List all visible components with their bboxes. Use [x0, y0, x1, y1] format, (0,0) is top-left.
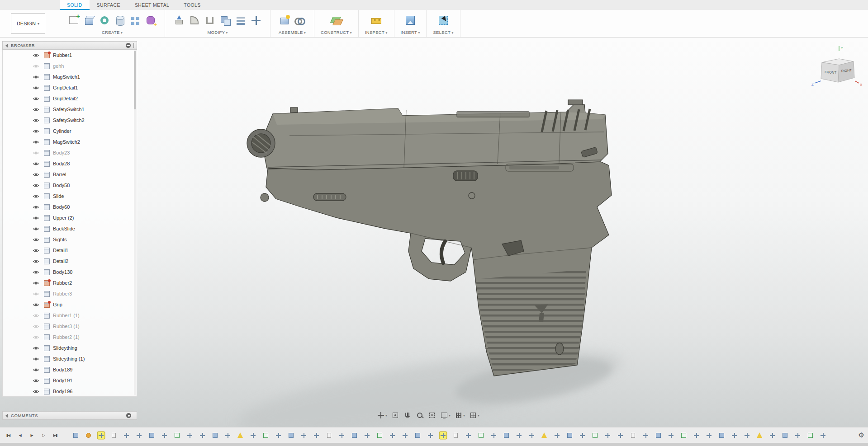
timeline-feature-icon[interactable]	[680, 432, 687, 439]
toolbar-icon[interactable]	[188, 14, 201, 27]
timeline-feature-icon[interactable]	[338, 432, 345, 439]
browser-item[interactable]: gehh	[3, 61, 137, 71]
timeline-feature-icon[interactable]	[668, 432, 674, 439]
group-label-assemble[interactable]: ASSEMBLE	[279, 30, 306, 35]
timeline-feature-icon[interactable]	[731, 432, 738, 439]
timeline-feature-icon[interactable]	[617, 432, 624, 439]
timeline-feature-icon[interactable]	[718, 432, 725, 439]
browser-item[interactable]: Rubber3 (1)	[3, 321, 137, 332]
timeline-feature-icon[interactable]	[706, 432, 712, 439]
visibility-eye-icon[interactable]	[33, 237, 40, 242]
toolbar-icon[interactable]	[293, 14, 307, 27]
browser-item[interactable]: Rubber2	[3, 277, 137, 288]
timeline-feature-icon[interactable]	[313, 432, 320, 439]
browser-item[interactable]: GripDetail2	[3, 93, 137, 104]
group-label-insert[interactable]: INSERT	[401, 30, 420, 35]
timeline-feature-icon[interactable]	[503, 432, 510, 439]
visibility-eye-icon[interactable]	[33, 313, 40, 318]
browser-item[interactable]: Body23	[3, 147, 137, 158]
navbar-icon[interactable]	[455, 411, 465, 419]
toolbar-icon[interactable]	[436, 14, 450, 27]
playback-button[interactable]: ▶	[27, 432, 36, 440]
browser-item[interactable]: SafetySwitch1	[3, 104, 137, 115]
visibility-eye-icon[interactable]	[33, 75, 40, 80]
visibility-eye-icon[interactable]	[33, 335, 40, 340]
toolbar-icon[interactable]	[370, 14, 383, 27]
visibility-eye-icon[interactable]	[33, 259, 40, 264]
timeline-feature-icon[interactable]	[794, 432, 801, 439]
visibility-eye-icon[interactable]	[33, 248, 40, 253]
group-label-construct[interactable]: CONSTRUCT	[321, 30, 352, 35]
group-label-select[interactable]: SELECT	[433, 30, 453, 35]
visibility-eye-icon[interactable]	[33, 53, 40, 58]
navbar-icon[interactable]	[440, 411, 451, 419]
timeline-feature-icon[interactable]	[820, 432, 826, 439]
visibility-eye-icon[interactable]	[33, 96, 40, 101]
timeline-feature-icon[interactable]	[224, 432, 231, 439]
visibility-eye-icon[interactable]	[33, 357, 40, 361]
visibility-eye-icon[interactable]	[33, 107, 40, 112]
timeline-feature-icon[interactable]	[275, 432, 282, 439]
browser-item[interactable]: GripDetail1	[3, 82, 137, 93]
design-menu-button[interactable]: DESIGN	[11, 13, 45, 34]
browser-item[interactable]: Sights	[3, 234, 137, 245]
timeline-feature-icon[interactable]	[655, 432, 662, 439]
browser-item[interactable]: Barrel	[3, 169, 137, 180]
toolbar-tab[interactable]: SOLID	[60, 0, 90, 10]
timeline-feature-icon[interactable]	[237, 432, 244, 439]
timeline-feature-icon[interactable]	[782, 432, 788, 439]
toolbar-tab[interactable]: SURFACE	[90, 0, 128, 10]
browser-item[interactable]: MagSwitch1	[3, 71, 137, 82]
playback-button[interactable]: ◀	[15, 432, 24, 440]
group-label-inspect[interactable]: INSPECT	[365, 30, 388, 35]
timeline-feature-icon[interactable]	[98, 432, 104, 439]
timeline-feature-icon[interactable]	[300, 432, 307, 439]
browser-item[interactable]: Upper (2)	[3, 212, 137, 223]
browser-item[interactable]: Body191	[3, 375, 137, 386]
browser-item[interactable]: Rubber2 (1)	[3, 332, 137, 343]
toolbar-icon[interactable]	[203, 14, 217, 27]
visibility-eye-icon[interactable]	[33, 389, 40, 394]
collapse-comments-icon[interactable]	[5, 414, 8, 418]
timeline-feature-icon[interactable]	[516, 432, 522, 439]
browser-item[interactable]: MagSwitch2	[3, 136, 137, 147]
timeline-feature-icon[interactable]	[630, 432, 636, 439]
toolbar-tab[interactable]: SHEET METAL	[128, 0, 176, 10]
timeline-feature-icon[interactable]	[693, 432, 700, 439]
navbar-icon[interactable]	[469, 411, 479, 419]
browser-item[interactable]: Body28	[3, 158, 137, 169]
comments-panel-header[interactable]: COMMENTS	[2, 411, 137, 420]
browser-item[interactable]: Body196	[3, 386, 137, 397]
toolbar-tab[interactable]: TOOLS	[176, 0, 208, 10]
browser-item[interactable]: Body60	[3, 202, 137, 212]
timeline-feature-icon[interactable]	[642, 432, 649, 439]
timeline-feature-icon[interactable]	[807, 432, 814, 439]
timeline-feature-icon[interactable]	[148, 432, 155, 439]
toolbar-icon[interactable]	[82, 14, 96, 27]
browser-item[interactable]: Slideything (1)	[3, 353, 137, 364]
group-label-modify[interactable]: MODIFY	[207, 30, 228, 35]
timeline-feature-icon[interactable]	[541, 432, 548, 439]
view-cube[interactable]: Y FRONT RIGHT Z X	[811, 45, 865, 88]
timeline-feature-icon[interactable]	[389, 432, 396, 439]
toolbar-icon[interactable]	[234, 14, 247, 27]
toolbar-icon[interactable]	[218, 14, 232, 27]
timeline-feature-icon[interactable]	[554, 432, 560, 439]
toolbar-icon[interactable]	[249, 14, 263, 27]
playback-button[interactable]: ▷	[39, 432, 48, 440]
navbar-icon[interactable]	[428, 411, 436, 419]
browser-panel-header[interactable]: BROWSER	[2, 41, 137, 50]
timeline-feature-icon[interactable]	[769, 432, 776, 439]
visibility-eye-icon[interactable]	[33, 226, 40, 231]
navbar-icon[interactable]	[391, 411, 399, 419]
browser-item[interactable]: Body58	[3, 180, 137, 191]
timeline-feature-icon[interactable]	[262, 432, 269, 439]
panel-drag-handle[interactable]	[133, 43, 135, 48]
browser-item[interactable]: BackSlide	[3, 223, 137, 234]
timeline-feature-icon[interactable]	[566, 432, 573, 439]
toolbar-icon[interactable]	[144, 14, 157, 27]
timeline-settings-gear-icon[interactable]: ⚙	[859, 431, 864, 439]
visibility-eye-icon[interactable]	[33, 302, 40, 307]
browser-item[interactable]: Detail1	[3, 245, 137, 256]
timeline-feature-icon[interactable]	[376, 432, 383, 439]
